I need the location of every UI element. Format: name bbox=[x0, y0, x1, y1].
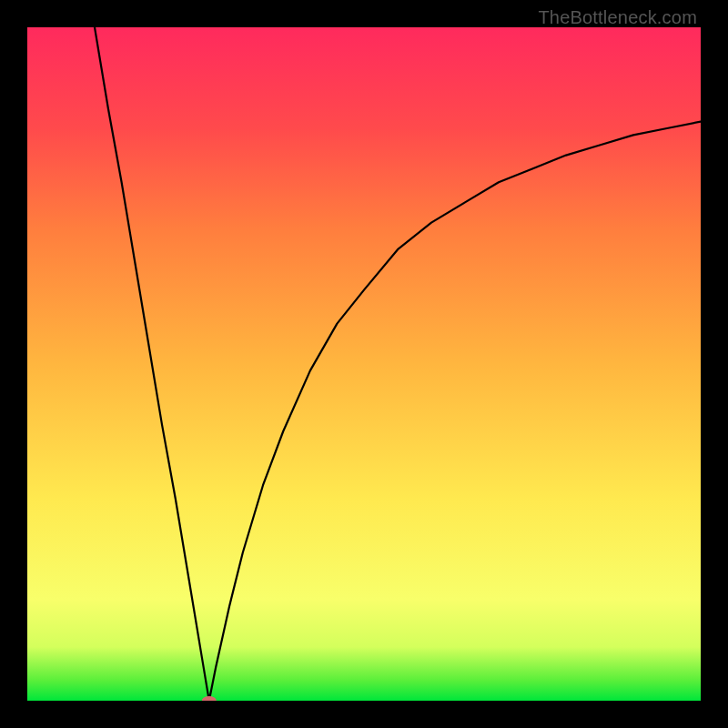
minimum-marker bbox=[202, 696, 217, 701]
bottleneck-curve-path bbox=[95, 27, 701, 701]
attribution-label: TheBottleneck.com bbox=[538, 7, 697, 28]
chart-frame: TheBottleneck.com bbox=[0, 0, 728, 728]
plot-area bbox=[27, 27, 701, 701]
bottleneck-curve-svg bbox=[27, 27, 701, 701]
